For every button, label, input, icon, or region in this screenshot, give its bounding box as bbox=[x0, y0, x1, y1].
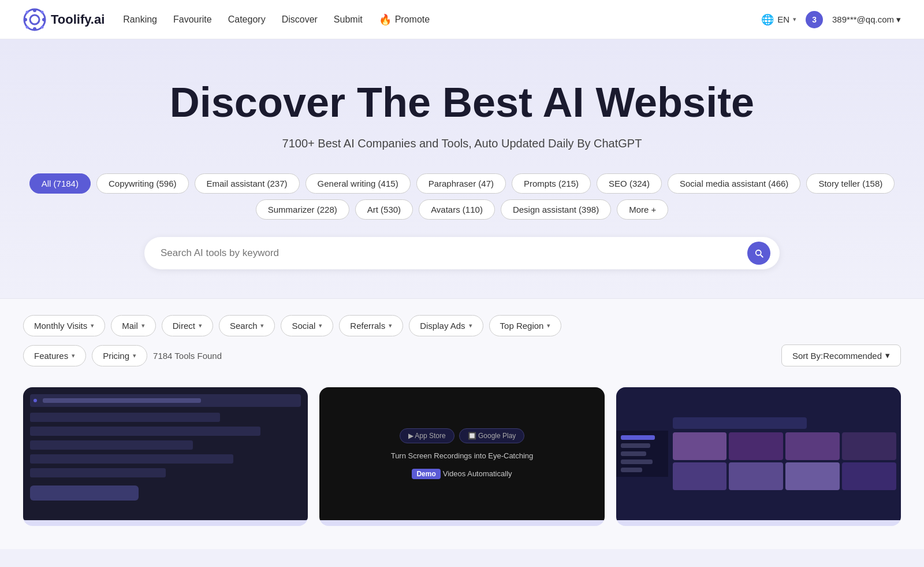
social-chevron-icon: ▾ bbox=[319, 322, 322, 329]
tag-design-assistant[interactable]: Design assistant (398) bbox=[501, 199, 611, 220]
tag-more[interactable]: More + bbox=[617, 199, 668, 220]
display-ads-chevron-icon: ▾ bbox=[469, 322, 472, 329]
tool-card-1[interactable] bbox=[23, 387, 308, 526]
filter-mail[interactable]: Mail ▾ bbox=[111, 315, 156, 336]
tag-all[interactable]: All (7184) bbox=[29, 173, 91, 194]
logo-icon bbox=[23, 8, 46, 31]
tag-social-media[interactable]: Social media assistant (466) bbox=[668, 173, 800, 194]
search-input[interactable] bbox=[144, 237, 780, 269]
tag-prompts[interactable]: Prompts (215) bbox=[512, 173, 591, 194]
sort-chevron-icon: ▾ bbox=[885, 350, 890, 361]
svg-point-4 bbox=[24, 18, 27, 21]
search-button[interactable] bbox=[747, 242, 770, 265]
tag-seo[interactable]: SEO (324) bbox=[597, 173, 662, 194]
tools-found-count: 7184 Tools Found bbox=[153, 351, 222, 361]
tool-card-3[interactable] bbox=[616, 387, 901, 526]
tag-email-assistant[interactable]: Email assistant (237) bbox=[195, 173, 300, 194]
nav-links: Ranking Favourite Category Discover Subm… bbox=[123, 13, 430, 26]
search-chevron-icon: ▾ bbox=[260, 322, 264, 329]
filter-monthly-visits[interactable]: Monthly Visits ▾ bbox=[23, 315, 105, 336]
filter-pricing[interactable]: Pricing ▾ bbox=[92, 345, 147, 366]
cards-section: ▶ App Store 🔲 Google Play Turn Screen Re… bbox=[0, 376, 924, 549]
card-1-image bbox=[23, 387, 308, 520]
cards-grid: ▶ App Store 🔲 Google Play Turn Screen Re… bbox=[23, 387, 901, 526]
search-icon bbox=[754, 248, 764, 258]
pricing-chevron-icon: ▾ bbox=[133, 352, 136, 360]
tag-paraphraser[interactable]: Paraphraser (47) bbox=[416, 173, 506, 194]
tag-art[interactable]: Art (530) bbox=[355, 199, 413, 220]
svg-point-8 bbox=[26, 25, 29, 28]
svg-point-9 bbox=[41, 25, 44, 28]
nav-discover[interactable]: Discover bbox=[282, 14, 318, 25]
tag-avatars[interactable]: Avatars (110) bbox=[419, 199, 495, 220]
filters-section: Monthly Visits ▾ Mail ▾ Direct ▾ Search … bbox=[0, 298, 924, 376]
logo[interactable]: Toolify.ai bbox=[23, 8, 105, 31]
filter-referrals[interactable]: Referrals ▾ bbox=[339, 315, 403, 336]
search-wrapper bbox=[144, 237, 780, 269]
sort-button[interactable]: Sort By:Recommended ▾ bbox=[781, 344, 901, 366]
filter-social[interactable]: Social ▾ bbox=[281, 315, 333, 336]
language-button[interactable]: 🌐 EN ▾ bbox=[761, 13, 796, 26]
filter-features[interactable]: Features ▾ bbox=[23, 345, 86, 366]
monthly-visits-chevron-icon: ▾ bbox=[91, 322, 94, 329]
language-label: EN bbox=[777, 14, 789, 24]
filter-top-region[interactable]: Top Region ▾ bbox=[489, 315, 562, 336]
globe-icon: 🌐 bbox=[761, 13, 774, 26]
svg-point-1 bbox=[30, 15, 39, 24]
navbar: Toolify.ai Ranking Favourite Category Di… bbox=[0, 0, 924, 39]
flame-icon: 🔥 bbox=[379, 13, 392, 26]
referrals-chevron-icon: ▾ bbox=[389, 322, 392, 329]
hero-subtitle: 7100+ Best AI Companies and Tools, Auto … bbox=[23, 137, 901, 150]
features-chevron-icon: ▾ bbox=[72, 352, 75, 360]
direct-chevron-icon: ▾ bbox=[199, 322, 202, 329]
card-3-image bbox=[616, 387, 901, 520]
nav-submit[interactable]: Submit bbox=[334, 14, 363, 25]
mail-chevron-icon: ▾ bbox=[141, 322, 145, 329]
promote-button[interactable]: 🔥 Promote bbox=[379, 13, 430, 26]
card-2-title: Turn Screen Recordings into Eye-Catching bbox=[391, 451, 534, 460]
card-2-subtitle: Videos Automatically bbox=[443, 469, 512, 478]
category-tags: All (7184) Copywriting (596) Email assis… bbox=[23, 173, 901, 220]
lang-chevron-icon: ▾ bbox=[793, 16, 796, 23]
filter-display-ads[interactable]: Display Ads ▾ bbox=[409, 315, 483, 336]
tag-story-teller[interactable]: Story teller (158) bbox=[806, 173, 895, 194]
hero-title: Discover The Best AI Website bbox=[23, 80, 901, 125]
svg-point-5 bbox=[42, 18, 46, 21]
tool-card-2[interactable]: ▶ App Store 🔲 Google Play Turn Screen Re… bbox=[319, 387, 604, 526]
tag-copywriting[interactable]: Copywriting (596) bbox=[96, 173, 189, 194]
filters-row-1: Monthly Visits ▾ Mail ▾ Direct ▾ Search … bbox=[23, 315, 901, 336]
hero-section: Discover The Best AI Website 7100+ Best … bbox=[0, 39, 924, 298]
nav-favourite[interactable]: Favourite bbox=[173, 14, 212, 25]
card-2-highlight: Demo bbox=[412, 469, 440, 479]
svg-point-3 bbox=[33, 27, 36, 31]
nav-category[interactable]: Category bbox=[228, 14, 266, 25]
filter-direct[interactable]: Direct ▾ bbox=[162, 315, 213, 336]
nav-ranking[interactable]: Ranking bbox=[123, 14, 157, 25]
tag-summarizer[interactable]: Summarizer (228) bbox=[256, 199, 349, 220]
user-email[interactable]: 389***@qq.com ▾ bbox=[832, 14, 901, 25]
filter-search[interactable]: Search ▾ bbox=[219, 315, 275, 336]
navbar-left: Toolify.ai Ranking Favourite Category Di… bbox=[23, 8, 430, 31]
top-region-chevron-icon: ▾ bbox=[547, 322, 550, 329]
logo-text: Toolify.ai bbox=[51, 12, 105, 27]
user-menu-chevron-icon: ▾ bbox=[896, 14, 901, 25]
svg-point-6 bbox=[26, 10, 29, 13]
card-2-image: ▶ App Store 🔲 Google Play Turn Screen Re… bbox=[319, 387, 604, 520]
svg-point-2 bbox=[33, 9, 36, 12]
promote-label: Promote bbox=[395, 14, 430, 25]
user-badge: 3 bbox=[806, 11, 823, 28]
filters-row-2: Features ▾ Pricing ▾ 7184 Tools Found So… bbox=[23, 344, 901, 366]
navbar-right: 🌐 EN ▾ 3 389***@qq.com ▾ bbox=[761, 11, 901, 28]
svg-point-7 bbox=[41, 10, 44, 13]
tag-general-writing[interactable]: General writing (415) bbox=[305, 173, 411, 194]
